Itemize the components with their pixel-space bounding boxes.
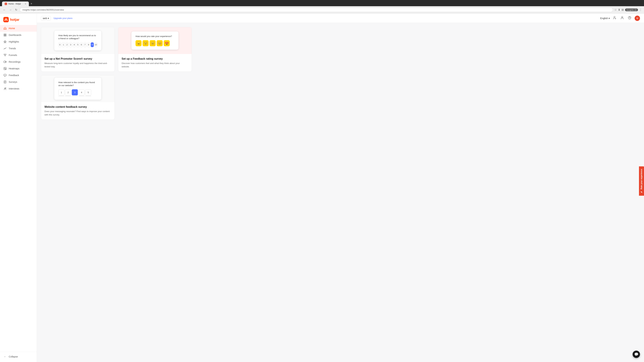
svg-rect-3 bbox=[4, 35, 5, 36]
card-feedback-rating[interactable]: How would you rate your experience? 😠😟😐😊… bbox=[118, 27, 192, 72]
user-icon bbox=[620, 16, 624, 19]
back-button[interactable]: ← bbox=[2, 8, 7, 12]
bookmark-icon[interactable]: ☆ bbox=[614, 8, 617, 11]
emoji-btn-4[interactable]: 😍 bbox=[164, 40, 170, 46]
svg-point-13 bbox=[614, 16, 615, 18]
svg-point-12 bbox=[4, 88, 6, 89]
nps-btn-4[interactable]: 4 bbox=[73, 42, 76, 47]
sidebar-item-label-surveys: Surveys bbox=[9, 81, 17, 83]
card-desc-feedback-rating: Discover how customers feel and what the… bbox=[122, 62, 188, 68]
dashboards-icon bbox=[3, 33, 7, 37]
card-nps[interactable]: How likely are you to recommend us to a … bbox=[41, 27, 115, 72]
emoji-widget: How would you rate your experience? 😠😟😐😊… bbox=[132, 31, 178, 50]
forward-button[interactable]: → bbox=[8, 8, 13, 12]
lang-label: English bbox=[600, 17, 608, 19]
rating-btn-1[interactable]: 1 bbox=[58, 89, 64, 95]
add-user-button[interactable] bbox=[612, 15, 617, 21]
tab-close-button[interactable]: × bbox=[25, 2, 26, 5]
site-selector[interactable]: web ▾ bbox=[41, 16, 51, 20]
rating-bar-2 bbox=[65, 96, 71, 96]
nps-question: How likely are you to recommend us to a … bbox=[58, 34, 97, 40]
sidebar-item-label-funnels: Funnels bbox=[9, 54, 17, 56]
nps-btn-10[interactable]: 10 bbox=[94, 42, 97, 47]
sidebar-item-funnels[interactable]: Funnels bbox=[0, 52, 37, 58]
new-tab-button[interactable]: + bbox=[29, 1, 34, 6]
svg-point-8 bbox=[4, 68, 5, 69]
nps-btn-1[interactable]: 1 bbox=[62, 42, 65, 47]
svg-rect-4 bbox=[5, 35, 6, 36]
incognito-label: Incognito (2) bbox=[626, 9, 636, 11]
card-title-nps: Set up a Net Promoter Score® survey bbox=[44, 57, 111, 60]
upgrade-link[interactable]: Upgrade your plans bbox=[54, 17, 72, 19]
feedback-icon bbox=[3, 73, 7, 77]
rating-bar-4 bbox=[78, 96, 84, 96]
sidebar-item-surveys[interactable]: Surveys bbox=[0, 79, 37, 85]
nps-btn-3[interactable]: 3 bbox=[69, 42, 72, 47]
nps-btn-9[interactable]: 9 bbox=[91, 42, 94, 47]
user-avatar[interactable]: U bbox=[634, 15, 640, 21]
rating-question: How relevant is the content you found on… bbox=[58, 81, 97, 87]
emoji-btn-0[interactable]: 😠 bbox=[136, 40, 142, 46]
sidebar-item-dashboards[interactable]: Dashboards bbox=[0, 32, 37, 38]
extensions-icon[interactable]: ⊞ bbox=[622, 8, 624, 11]
sidebar-item-highlights[interactable]: Highlights bbox=[0, 38, 37, 45]
sidebar-item-label-recordings: Recordings bbox=[9, 60, 21, 63]
language-selector[interactable]: English ▾ bbox=[600, 17, 610, 19]
sidebar-item-heatmaps[interactable]: Heatmaps bbox=[0, 65, 37, 72]
sidebar-item-trends[interactable]: Trends bbox=[0, 45, 37, 52]
svg-point-16 bbox=[630, 18, 630, 19]
site-arrow-icon: ▾ bbox=[48, 17, 49, 19]
rating-widget: How relevant is the content you found on… bbox=[54, 78, 101, 100]
heatmaps-icon bbox=[3, 67, 7, 70]
sidebar-item-recordings[interactable]: Recordings bbox=[0, 58, 37, 65]
chat-bubble-button[interactable]: 💬 bbox=[632, 351, 640, 358]
sidebar-item-feedback[interactable]: Feedback bbox=[0, 72, 37, 79]
nps-btn-2[interactable]: 2 bbox=[66, 42, 68, 47]
browser-menu-icon[interactable]: ⋮ bbox=[639, 8, 642, 11]
rating-btn-4[interactable]: 4 bbox=[78, 89, 84, 95]
nps-btn-8[interactable]: 8 bbox=[87, 42, 90, 47]
emoji-btn-1[interactable]: 😟 bbox=[142, 40, 148, 46]
emoji-btn-2[interactable]: 😐 bbox=[150, 40, 156, 46]
sidebar-item-label-highlights: Highlights bbox=[9, 40, 19, 43]
chat-icon: 💬 bbox=[634, 352, 638, 356]
active-tab[interactable]: H Home - Hotjar × bbox=[2, 1, 29, 6]
rating-btn-5[interactable]: 5 bbox=[85, 89, 91, 95]
tab-favicon: H bbox=[5, 3, 7, 5]
collapse-icon: ← bbox=[3, 355, 7, 358]
browser-nav: ← → ↻ insights.hotjar.com/sites/3825551/… bbox=[0, 6, 644, 13]
trends-icon bbox=[3, 47, 7, 50]
nps-btn-7[interactable]: 7 bbox=[84, 42, 86, 47]
surveys-icon bbox=[3, 80, 7, 84]
sidebar-item-interviews[interactable]: Interviews bbox=[0, 85, 37, 92]
sidebar-item-label-feedback: Feedback bbox=[9, 74, 19, 77]
sidebar-item-home[interactable]: Home bbox=[0, 25, 37, 32]
rate-experience-icon: ✎ bbox=[640, 191, 643, 193]
card-title-content-feedback: Website content feedback survey bbox=[44, 105, 111, 108]
emoji-btn-3[interactable]: 😊 bbox=[157, 40, 163, 46]
svg-rect-10 bbox=[4, 74, 6, 76]
sidebar-nav: Home Dashboards Highlights Trends Funnel… bbox=[0, 25, 37, 92]
card-body-nps: Set up a Net Promoter Score® survey Meas… bbox=[41, 54, 114, 71]
download-icon[interactable]: ⬇ bbox=[618, 8, 620, 11]
nps-btn-6[interactable]: 6 bbox=[80, 42, 83, 47]
reload-button[interactable]: ↻ bbox=[14, 7, 18, 12]
user-profile-button[interactable] bbox=[620, 15, 624, 21]
sidebar-logo-text: hotjar bbox=[10, 18, 20, 22]
rating-btn-2[interactable]: 2 bbox=[65, 89, 71, 95]
help-button[interactable] bbox=[627, 15, 632, 21]
rate-experience-sidebar[interactable]: ✎ Rate your experience bbox=[639, 166, 644, 196]
card-content-feedback[interactable]: How relevant is the content you found on… bbox=[41, 75, 115, 120]
card-desc-nps: Measure long-term customer loyalty and h… bbox=[44, 62, 111, 68]
sidebar-item-collapse[interactable]: ← Collapse bbox=[0, 353, 37, 360]
app-layout: hotjar Home Dashboards Highlights Trends… bbox=[0, 13, 644, 362]
svg-rect-2 bbox=[5, 34, 6, 35]
card-title-feedback-rating: Set up a Feedback rating survey bbox=[122, 57, 188, 60]
highlights-icon bbox=[3, 40, 7, 43]
nps-btn-0[interactable]: 0 bbox=[58, 42, 61, 47]
rating-btn-3[interactable]: 3 bbox=[72, 89, 78, 95]
nps-btn-5[interactable]: 5 bbox=[76, 42, 79, 47]
card-desc-content-feedback: Does your messaging resonate? Find ways … bbox=[44, 110, 111, 116]
incognito-badge[interactable]: Incognito (2) bbox=[625, 8, 638, 11]
address-bar[interactable]: insights.hotjar.com/sites/3825551/overvi… bbox=[20, 7, 613, 12]
